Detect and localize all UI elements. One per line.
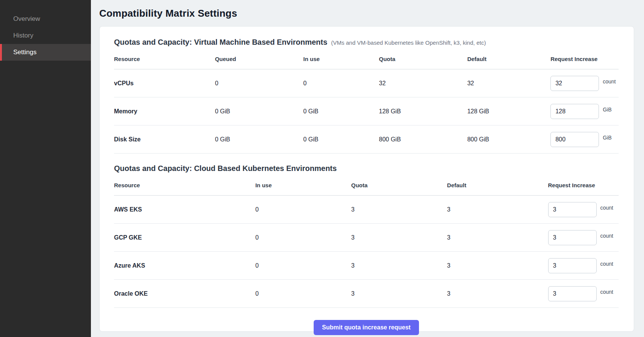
default-cell: 3 <box>447 196 548 224</box>
quota-cell: 3 <box>351 224 447 252</box>
request-increase-cell: GiB <box>550 125 619 154</box>
azure-aks-request-input[interactable] <box>548 258 597 273</box>
unit-label: count <box>600 261 613 267</box>
quota-cell: 800 GiB <box>379 125 467 154</box>
gcp-gke-request-input[interactable] <box>548 230 597 245</box>
request-increase-cell: count <box>548 252 619 280</box>
table-row-oracle-oke: Oracle OKE 0 3 3 count <box>114 280 619 308</box>
unit-label: GiB <box>603 135 611 141</box>
column-header-request-increase: Request Increase <box>548 175 619 196</box>
table-row-aws-eks: AWS EKS 0 3 3 count <box>114 196 619 224</box>
aws-eks-request-input[interactable] <box>548 202 597 217</box>
submit-row: Submit quota increase request <box>114 320 619 335</box>
vm-table-header-row: Resource Queued In use Quota Default Req… <box>114 49 619 69</box>
quota-cell: 3 <box>351 252 447 280</box>
table-row-gcp-gke: GCP GKE 0 3 3 count <box>114 224 619 252</box>
resource-cell: GCP GKE <box>114 224 255 252</box>
in-use-cell: 0 GiB <box>303 97 379 125</box>
column-header-request-increase: Request Increase <box>550 49 619 69</box>
request-increase-cell: GiB <box>550 97 619 125</box>
in-use-cell: 0 <box>255 196 351 224</box>
resource-cell: Disk Size <box>114 125 215 154</box>
vm-section-title: Quotas and Capacity: Virtual Machine Bas… <box>114 38 327 47</box>
cloud-table-header-row: Resource In use Quota Default Request In… <box>114 175 619 196</box>
column-header-quota: Quota <box>379 49 467 69</box>
unit-label: count <box>600 205 613 211</box>
resource-cell: Azure AKS <box>114 252 255 280</box>
quota-cell: 3 <box>351 280 447 308</box>
queued-cell: 0 GiB <box>215 125 303 154</box>
default-cell: 3 <box>447 280 548 308</box>
column-header-in-use: In use <box>303 49 379 69</box>
vcpus-request-input[interactable] <box>550 76 599 91</box>
resource-cell: AWS EKS <box>114 196 255 224</box>
cloud-quota-table: Resource In use Quota Default Request In… <box>114 175 619 308</box>
sidebar-nav: Overview History Settings <box>0 11 91 61</box>
settings-card: Quotas and Capacity: Virtual Machine Bas… <box>99 26 634 332</box>
page-title: Compatibility Matrix Settings <box>99 8 634 19</box>
table-row-vcpus: vCPUs 0 0 32 32 count <box>114 69 619 97</box>
queued-cell: 0 GiB <box>215 97 303 125</box>
unit-label: GiB <box>603 107 611 113</box>
submit-quota-button[interactable]: Submit quota increase request <box>314 320 419 335</box>
vm-section-subtitle: (VMs and VM-based Kubernetes like OpenSh… <box>331 39 486 46</box>
table-row-memory: Memory 0 GiB 0 GiB 128 GiB 128 GiB GiB <box>114 97 619 125</box>
quota-cell: 128 GiB <box>379 97 467 125</box>
table-row-disk-size: Disk Size 0 GiB 0 GiB 800 GiB 800 GiB Gi… <box>114 125 619 154</box>
default-cell: 3 <box>447 252 548 280</box>
default-cell: 32 <box>467 69 550 97</box>
column-header-quota: Quota <box>351 175 447 196</box>
default-cell: 128 GiB <box>467 97 550 125</box>
in-use-cell: 0 <box>303 69 379 97</box>
memory-request-input[interactable] <box>550 104 599 119</box>
resource-cell: Oracle OKE <box>114 280 255 308</box>
main-content: Compatibility Matrix Settings Quotas and… <box>91 0 644 337</box>
request-increase-cell: count <box>550 69 619 97</box>
default-cell: 800 GiB <box>467 125 550 154</box>
quota-cell: 3 <box>351 196 447 224</box>
in-use-cell: 0 <box>255 252 351 280</box>
unit-label: count <box>600 233 613 239</box>
column-header-default: Default <box>447 175 548 196</box>
request-increase-cell: count <box>548 224 619 252</box>
sidebar-item-settings[interactable]: Settings <box>0 44 91 61</box>
default-cell: 3 <box>447 224 548 252</box>
in-use-cell: 0 <box>255 224 351 252</box>
column-header-resource: Resource <box>114 49 215 69</box>
app-root: Overview History Settings Compatibility … <box>0 0 644 337</box>
request-increase-cell: count <box>548 280 619 308</box>
column-header-in-use: In use <box>255 175 351 196</box>
sidebar-item-overview[interactable]: Overview <box>0 11 91 27</box>
resource-cell: vCPUs <box>114 69 215 97</box>
table-row-azure-aks: Azure AKS 0 3 3 count <box>114 252 619 280</box>
column-header-default: Default <box>467 49 550 69</box>
cloud-section-title: Quotas and Capacity: Cloud Based Kuberne… <box>114 164 337 173</box>
unit-label: count <box>603 78 616 85</box>
column-header-resource: Resource <box>114 175 255 196</box>
sidebar-item-history[interactable]: History <box>0 27 91 44</box>
in-use-cell: 0 GiB <box>303 125 379 154</box>
queued-cell: 0 <box>215 69 303 97</box>
unit-label: count <box>600 289 613 295</box>
column-header-queued: Queued <box>215 49 303 69</box>
oracle-oke-request-input[interactable] <box>548 286 597 301</box>
vm-quota-table: Resource Queued In use Quota Default Req… <box>114 49 619 154</box>
vm-section-header: Quotas and Capacity: Virtual Machine Bas… <box>114 38 619 47</box>
resource-cell: Memory <box>114 97 215 125</box>
cloud-section-header: Quotas and Capacity: Cloud Based Kuberne… <box>114 164 619 173</box>
request-increase-cell: count <box>548 196 619 224</box>
in-use-cell: 0 <box>255 280 351 308</box>
sidebar: Overview History Settings <box>0 0 91 337</box>
quota-cell: 32 <box>379 69 467 97</box>
disk-size-request-input[interactable] <box>550 132 599 147</box>
